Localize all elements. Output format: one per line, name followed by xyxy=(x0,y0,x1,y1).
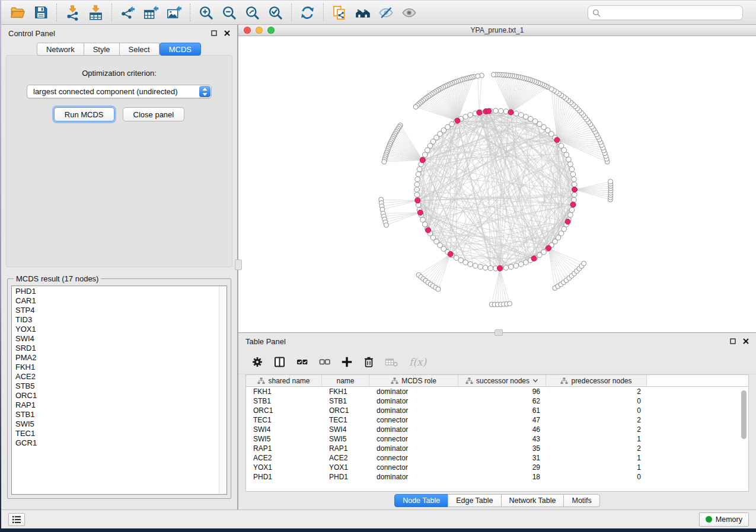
table-row[interactable]: ORC1ORC1dominator610 xyxy=(246,406,748,415)
network-ring-node[interactable] xyxy=(509,264,514,270)
mcds-result-node[interactable]: RAP1 xyxy=(15,400,219,410)
vertical-splitter-handle[interactable] xyxy=(235,259,242,270)
table-scrollbar-thumb[interactable] xyxy=(741,390,747,439)
mcds-result-node[interactable]: SWI5 xyxy=(15,419,219,429)
table-row[interactable]: RAP1RAP1dominator352 xyxy=(246,444,748,453)
network-dominator-node[interactable] xyxy=(448,251,453,257)
refresh-layout-button[interactable] xyxy=(296,2,319,23)
tab-network[interactable]: Network xyxy=(37,43,84,56)
network-leaf-node[interactable] xyxy=(413,104,418,109)
network-ring-node[interactable] xyxy=(483,265,488,271)
network-dominator-node[interactable] xyxy=(565,219,570,225)
network-dominator-node[interactable] xyxy=(572,187,578,193)
save-session-button[interactable] xyxy=(29,2,52,23)
network-ring-node[interactable] xyxy=(416,172,421,177)
network-ring-node[interactable] xyxy=(415,177,420,182)
first-neighbors-button[interactable] xyxy=(351,2,374,23)
export-network-button[interactable] xyxy=(116,2,139,23)
network-dominator-node[interactable] xyxy=(554,137,560,143)
network-dominator-node[interactable] xyxy=(415,198,420,203)
column-header-MCDS-role[interactable]: MCDS role xyxy=(369,375,458,386)
minimize-window-button[interactable] xyxy=(256,27,263,34)
zoom-fit-button[interactable] xyxy=(241,2,264,23)
tab-network-table[interactable]: Network Table xyxy=(501,494,564,507)
network-dominator-node[interactable] xyxy=(455,118,460,123)
network-ring-node[interactable] xyxy=(463,260,468,265)
network-ring-node[interactable] xyxy=(458,258,464,263)
zoom-out-button[interactable] xyxy=(218,2,241,23)
export-image-button[interactable] xyxy=(162,2,186,23)
network-ring-node[interactable] xyxy=(524,260,529,265)
table-row[interactable]: PHD1PHD1dominator180 xyxy=(246,472,748,482)
horizontal-splitter-handle[interactable] xyxy=(495,329,503,336)
column-header-shared-name[interactable]: shared name xyxy=(246,375,322,386)
network-leaf-node[interactable] xyxy=(492,72,496,77)
network-ring-node[interactable] xyxy=(519,113,524,118)
network-ring-node[interactable] xyxy=(562,226,567,232)
delete-columns-button[interactable] xyxy=(363,356,375,368)
network-ring-node[interactable] xyxy=(572,192,577,197)
network-leaf-node[interactable] xyxy=(436,287,441,291)
mcds-result-node[interactable]: TID3 xyxy=(15,315,219,325)
network-titlebar[interactable]: YPA_prune.txt_1 xyxy=(238,25,756,36)
mcds-result-node[interactable]: ACE2 xyxy=(15,372,219,382)
network-dominator-node[interactable] xyxy=(486,108,492,114)
mcds-result-node[interactable]: TEC1 xyxy=(15,429,219,438)
close-panel-icon[interactable] xyxy=(224,30,230,36)
network-ring-node[interactable] xyxy=(572,197,577,203)
network-leaf-node[interactable] xyxy=(549,86,554,91)
network-ring-node[interactable] xyxy=(568,213,573,218)
network-leaf-node[interactable] xyxy=(608,180,613,184)
mcds-result-node[interactable]: STP4 xyxy=(15,306,219,315)
network-dominator-node[interactable] xyxy=(497,265,503,271)
list-scrollbar-track[interactable] xyxy=(219,286,227,494)
tab-node-table[interactable]: Node Table xyxy=(394,494,448,507)
zoom-in-button[interactable] xyxy=(194,2,218,23)
network-dominator-node[interactable] xyxy=(546,245,551,251)
network-ring-node[interactable] xyxy=(532,119,538,124)
network-ring-node[interactable] xyxy=(463,114,468,120)
mcds-result-node[interactable]: SWI4 xyxy=(15,334,219,344)
table-settings-button[interactable] xyxy=(251,356,263,368)
tab-edge-table[interactable]: Edge Table xyxy=(448,494,501,507)
criterion-dropdown[interactable]: largest connected component (undirected) xyxy=(27,85,212,98)
network-dominator-node[interactable] xyxy=(477,110,482,115)
network-leaf-node[interactable] xyxy=(382,159,387,164)
network-ring-node[interactable] xyxy=(468,113,473,118)
export-table-button[interactable] xyxy=(139,2,162,23)
network-ring-node[interactable] xyxy=(569,166,575,172)
table-row[interactable]: SWI4SWI4dominator462 xyxy=(246,425,748,434)
run-mcds-button[interactable]: Run MCDS xyxy=(54,107,114,121)
network-ring-node[interactable] xyxy=(425,148,430,153)
network-ring-node[interactable] xyxy=(422,152,428,158)
mcds-result-node[interactable]: FKH1 xyxy=(15,363,219,372)
network-ring-node[interactable] xyxy=(422,222,428,227)
network-ring-node[interactable] xyxy=(414,187,420,193)
close-table-panel-icon[interactable] xyxy=(743,338,749,344)
network-ring-node[interactable] xyxy=(498,108,503,114)
network-dominator-node[interactable] xyxy=(570,202,576,207)
network-ring-node[interactable] xyxy=(528,116,534,121)
network-ring-node[interactable] xyxy=(503,265,509,271)
task-history-button[interactable] xyxy=(8,513,25,526)
mcds-result-node[interactable]: STB5 xyxy=(15,382,219,391)
network-dominator-node[interactable] xyxy=(508,110,513,115)
network-ring-node[interactable] xyxy=(454,255,459,261)
tab-select[interactable]: Select xyxy=(119,43,160,56)
import-table-button[interactable] xyxy=(84,2,107,23)
mcds-result-node[interactable]: PMA2 xyxy=(15,353,219,363)
maximize-window-button[interactable] xyxy=(267,27,275,34)
network-ring-node[interactable] xyxy=(519,262,524,267)
show-all-button[interactable] xyxy=(397,2,420,23)
mcds-result-node[interactable]: ORC1 xyxy=(15,391,219,400)
mcds-result-node[interactable]: YOX1 xyxy=(15,325,219,334)
search-input[interactable] xyxy=(604,8,738,18)
network-canvas[interactable] xyxy=(238,36,756,332)
network-ring-node[interactable] xyxy=(468,262,473,267)
mcds-result-list[interactable]: PHD1CAR1STP4TID3YOX1SWI4SRD1PMA2FKH1ACE2… xyxy=(11,286,227,495)
hide-selected-button[interactable] xyxy=(374,2,397,23)
table-row[interactable]: SWI5SWI5connector431 xyxy=(246,434,748,444)
table-row[interactable]: FKH1FKH1dominator962 xyxy=(246,387,748,396)
tab-mcds[interactable]: MCDS xyxy=(160,43,201,56)
close-panel-button[interactable]: Close panel xyxy=(123,107,185,121)
